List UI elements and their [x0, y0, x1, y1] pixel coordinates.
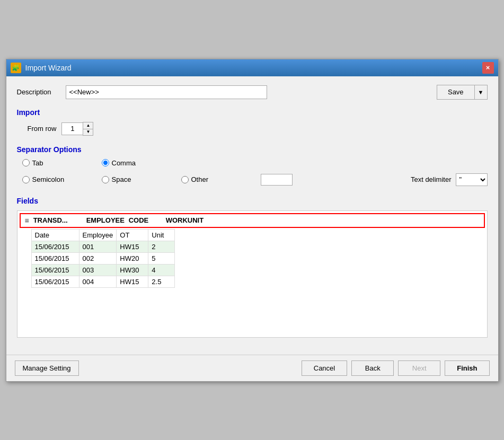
- cancel-button[interactable]: Cancel: [302, 360, 347, 376]
- fields-data-table: Date Employee OT Unit 15/06/2015 001 HW1…: [31, 229, 175, 288]
- table-cell: Date: [31, 229, 79, 241]
- table-cell: HW15: [117, 276, 148, 287]
- spinner-buttons: ▲ ▼: [83, 122, 93, 136]
- window-title: Import Wizard: [25, 64, 72, 72]
- table-cell: Unit: [148, 229, 175, 241]
- table-cell: HW30: [117, 264, 148, 276]
- table-row: 15/06/2015 002 HW20 5: [31, 252, 175, 264]
- fields-table-container: ≡ TRANSD... EMPLOYEE CODE WORKUNIT Date …: [17, 210, 488, 338]
- table-row: 15/06/2015 004 HW15 2.5: [31, 276, 175, 287]
- next-button[interactable]: Next: [398, 360, 440, 376]
- col-header-employee: EMPLOYEE: [86, 216, 129, 224]
- table-cell: 003: [79, 264, 117, 276]
- import-section: Import From row ▲ ▼: [17, 108, 488, 136]
- separator-comma-radio[interactable]: [102, 159, 109, 166]
- footer-right: Cancel Back Next Finish: [302, 360, 490, 376]
- separator-tab[interactable]: Tab: [22, 159, 86, 167]
- separator-comma[interactable]: Comma: [102, 159, 165, 167]
- separator-semicolon-radio[interactable]: [22, 176, 30, 183]
- table-cell: 4: [148, 264, 175, 276]
- table-cell: 002: [79, 252, 117, 264]
- table-cell: HW15: [117, 241, 148, 252]
- separator-tab-radio[interactable]: [22, 159, 30, 166]
- table-cell: 001: [79, 241, 117, 252]
- separator-comma-label: Comma: [112, 159, 136, 167]
- separator-other-label: Other: [191, 175, 209, 183]
- text-delimiter-group: Text delimiter " ' None: [411, 173, 488, 186]
- separator-row-2: Semicolon Space Other Text delimiter: [22, 173, 488, 186]
- app-icon: 🧩: [11, 63, 21, 73]
- separator-semicolon[interactable]: Semicolon: [22, 175, 86, 183]
- fields-column-header-row: ≡ TRANSD... EMPLOYEE CODE WORKUNIT: [20, 213, 485, 228]
- from-row-spinner: ▲ ▼: [61, 122, 93, 136]
- footer: Manage Setting Cancel Back Next Finish: [6, 355, 498, 381]
- from-row-container: From row ▲ ▼: [28, 122, 488, 136]
- description-left: Description: [17, 85, 267, 99]
- table-cell: 15/06/2015: [31, 264, 79, 276]
- separator-other-radio[interactable]: [181, 176, 189, 183]
- table-cell: OT: [117, 229, 148, 241]
- back-button[interactable]: Back: [351, 360, 394, 376]
- table-cell: 004: [79, 276, 117, 287]
- window-content: Description Save ▼ Import From row ▲ ▼: [6, 76, 498, 355]
- separator-row-1: Tab Comma: [22, 159, 488, 167]
- separator-options: Tab Comma Semicolon Space: [22, 159, 488, 188]
- table-cell: Employee: [79, 229, 117, 241]
- table-row: 15/06/2015 001 HW15 2: [31, 241, 175, 252]
- save-dropdown-button[interactable]: ▼: [474, 85, 488, 100]
- fields-header: Fields: [17, 197, 488, 205]
- separator-other[interactable]: Other: [181, 175, 245, 183]
- spinner-down-button[interactable]: ▼: [83, 129, 93, 135]
- separator-other-input[interactable]: [261, 174, 293, 186]
- separator-semicolon-label: Semicolon: [32, 175, 65, 183]
- table-cell: 5: [148, 252, 175, 264]
- title-bar: 🧩 Import Wizard ×: [6, 59, 498, 76]
- from-row-label: From row: [28, 125, 57, 133]
- table-row: Date Employee OT Unit: [31, 229, 175, 241]
- fields-grid-icon: ≡: [25, 216, 29, 225]
- text-delimiter-select[interactable]: " ' None: [456, 173, 488, 186]
- table-cell: 15/06/2015: [31, 241, 79, 252]
- table-cell: HW20: [117, 252, 148, 264]
- separator-section: Separator Options Tab Comma: [17, 145, 488, 188]
- text-delimiter-label: Text delimiter: [411, 175, 452, 183]
- import-wizard-window: 🧩 Import Wizard × Description Save ▼ Imp…: [6, 59, 499, 382]
- spinner-up-button[interactable]: ▲: [83, 122, 93, 129]
- footer-left: Manage Setting: [15, 360, 79, 376]
- separator-space-radio[interactable]: [102, 176, 109, 183]
- manage-setting-button[interactable]: Manage Setting: [15, 360, 79, 376]
- description-label: Description: [17, 88, 59, 96]
- save-btn-group: Save ▼: [437, 85, 488, 100]
- col-header-code: CODE: [129, 216, 166, 224]
- separator-tab-label: Tab: [32, 159, 43, 167]
- from-row-input[interactable]: [61, 122, 83, 135]
- import-header: Import: [17, 108, 488, 117]
- separator-space-label: Space: [112, 175, 131, 183]
- col-header-workunit: WORKUNIT: [166, 216, 214, 224]
- table-row: 15/06/2015 003 HW30 4: [31, 264, 175, 276]
- title-bar-left: 🧩 Import Wizard: [11, 63, 72, 73]
- fields-section: Fields ≡ TRANSD... EMPLOYEE CODE WORKUNI…: [17, 197, 488, 338]
- table-cell: 2: [148, 241, 175, 252]
- table-cell: 2.5: [148, 276, 175, 287]
- finish-button[interactable]: Finish: [445, 360, 489, 376]
- table-cell: 15/06/2015: [31, 276, 79, 287]
- separator-space[interactable]: Space: [102, 175, 165, 183]
- col-header-transd: TRANSD...: [33, 216, 86, 224]
- save-button[interactable]: Save: [437, 85, 474, 100]
- description-row: Description Save ▼: [17, 85, 488, 100]
- close-button[interactable]: ×: [482, 62, 494, 74]
- table-cell: 15/06/2015: [31, 252, 79, 264]
- description-input[interactable]: [66, 85, 267, 99]
- separator-header: Separator Options: [17, 145, 488, 154]
